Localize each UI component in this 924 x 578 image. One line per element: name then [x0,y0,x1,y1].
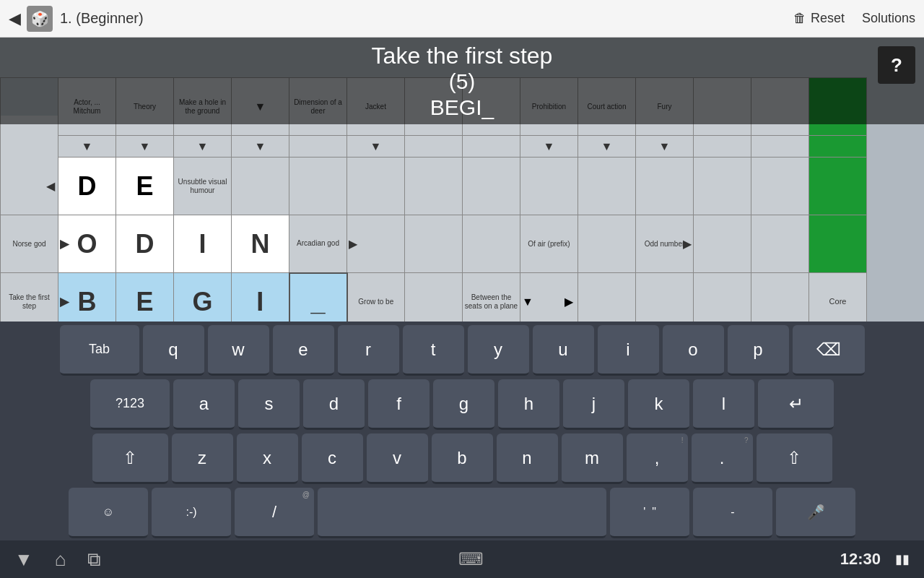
grid-cell [809,215,867,273]
backspace-key[interactable]: ⌫ [793,325,865,376]
home-nav-icon[interactable]: ⌂ [55,548,66,571]
key-g[interactable]: g [433,379,494,430]
key-q[interactable]: q [143,325,204,376]
active-letter-cell[interactable]: I [232,273,289,322]
grid-cell[interactable]: ◀ [1,158,58,215]
apostrophe-key[interactable]: ' " [610,488,689,538]
enter-key[interactable]: ↵ [758,379,834,430]
space-key[interactable] [318,488,606,538]
grid-cell[interactable] [578,215,636,273]
key-t[interactable]: t [403,325,464,376]
key-h[interactable]: h [498,379,559,430]
key-w[interactable]: w [208,325,269,376]
grid-cell[interactable] [405,215,463,273]
grid-cell[interactable] [694,273,751,322]
apps-nav-icon[interactable]: ⧉ [87,548,101,571]
key-o[interactable]: o [663,325,724,376]
grid-cell[interactable] [1,136,58,158]
grid-cell[interactable] [463,215,520,273]
grid-cell[interactable] [232,158,289,215]
slash-key[interactable]: /@ [235,488,314,538]
clue-label-cell[interactable]: Norse god [1,215,58,273]
clue-label-cell[interactable]: Of air (prefix) [520,215,578,273]
keyboard-row-2: ?123 a s d f g h j k l ↵ [0,376,924,430]
num-key[interactable]: ?123 [90,379,170,430]
grid-cell: ▼ [116,136,174,158]
grid-cell[interactable] [751,215,809,273]
shift-key-right[interactable]: ⇧ [757,434,832,484]
grid-cell[interactable] [694,215,751,273]
letter-cell[interactable]: N [232,215,289,273]
key-b[interactable]: b [432,434,493,484]
letter-cell[interactable]: D [116,215,174,273]
key-e[interactable]: e [273,325,334,376]
keyboard-toggle-icon[interactable]: ⌨ [458,549,484,569]
key-p[interactable]: p [728,325,789,376]
active-letter-cell[interactable]: G [174,273,232,322]
active-letter-cell[interactable]: E [116,273,174,322]
grid-cell[interactable] [347,158,405,215]
active-letter-cell[interactable]: ▶B [58,273,116,322]
grid-cell[interactable] [520,158,578,215]
keyboard-row-4: ☺ :-) /@ ' " - 🎤 [0,484,924,538]
clue-label-cell[interactable]: Grow to be [347,273,405,322]
clue-label-cell[interactable]: Between the seats on a plane [463,273,520,322]
grid-cell [809,158,867,215]
clue-label-cell-core[interactable]: Core [809,273,867,322]
mic-key[interactable]: 🎤 [776,488,855,538]
smiley-key[interactable]: :-) [152,488,231,538]
clue-label-cell[interactable]: Take the first step [1,273,58,322]
grid-cell[interactable]: ▶ [347,215,405,273]
key-comma[interactable]: ,! [627,434,688,484]
key-v[interactable]: v [367,434,428,484]
key-x[interactable]: x [237,434,298,484]
grid-cell [751,158,809,215]
clue-label-cell[interactable]: Arcadian god [289,215,347,273]
dash-key[interactable]: - [693,488,772,538]
grid-cell[interactable] [578,158,636,215]
down-nav-icon[interactable]: ▼ [14,548,33,571]
grid-cell[interactable] [751,273,809,322]
key-r[interactable]: r [338,325,399,376]
key-m[interactable]: m [562,434,623,484]
arrow-row: ▼ ▼ ▼ ▼ ▼ ▼ ▼ ▼ [1,136,867,158]
key-period[interactable]: .? [692,434,753,484]
letter-cell[interactable]: E [116,158,174,215]
key-u[interactable]: u [533,325,594,376]
key-z[interactable]: z [172,434,233,484]
letter-cell[interactable]: I [174,215,232,273]
grid-cell[interactable] [636,273,694,322]
key-s[interactable]: s [238,379,300,430]
key-c[interactable]: c [302,434,363,484]
grid-cell[interactable] [405,273,463,322]
back-button[interactable]: ◀ [9,9,21,28]
key-a[interactable]: a [173,379,235,430]
clue-label-cell[interactable]: Odd number▶ [636,215,694,273]
letter-cell[interactable]: D [58,158,116,215]
reset-button[interactable]: 🗑 Reset [793,11,845,26]
grid-cell[interactable] [578,273,636,322]
active-letter-cell-empty[interactable]: _ [289,273,347,322]
key-i[interactable]: i [598,325,659,376]
grid-cell[interactable]: ▼ ▶ [520,273,578,322]
shift-key-left[interactable]: ⇧ [92,434,168,484]
key-j[interactable]: j [563,379,624,430]
key-l[interactable]: l [693,379,754,430]
help-button[interactable]: ? [878,46,915,84]
keyboard-row-1: Tab q w e r t y u i o p ⌫ [0,322,924,376]
app-icon: 🎲 [27,6,53,32]
tab-key[interactable]: Tab [60,325,139,376]
key-d[interactable]: d [303,379,365,430]
top-bar: ◀ 🎲 1. (Beginner) 🗑 Reset Solutions [0,0,924,38]
key-f[interactable]: f [368,379,430,430]
grid-cell[interactable] [289,158,347,215]
key-n[interactable]: n [497,434,558,484]
letter-cell[interactable]: ▶O [58,215,116,273]
grid-cell[interactable] [636,158,694,215]
battery-icon: ▮▮ [895,551,910,567]
grid-cell[interactable]: Unsubtle visual humour [174,158,232,215]
key-y[interactable]: y [468,325,529,376]
emoji-key[interactable]: ☺ [69,488,148,538]
key-k[interactable]: k [628,379,689,430]
solutions-button[interactable]: Solutions [862,11,915,26]
